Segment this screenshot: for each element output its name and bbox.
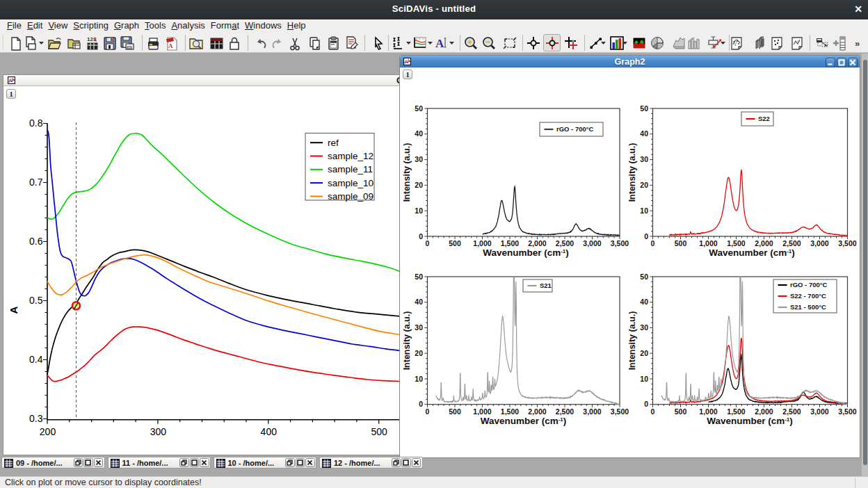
svg-text:1,500: 1,500: [501, 407, 519, 416]
svg-text:1,000: 1,000: [473, 407, 491, 416]
svg-text:1,000: 1,000: [699, 407, 717, 416]
svg-text:30: 30: [640, 155, 648, 163]
svg-text:3,000: 3,000: [583, 407, 601, 416]
svg-text:Intensity (a.u.): Intensity (a.u.): [627, 143, 637, 202]
svg-text:20: 20: [415, 181, 423, 189]
svg-text:1,000: 1,000: [473, 239, 491, 247]
svg-text:sample_11: sample_11: [328, 164, 373, 174]
svg-text:40: 40: [415, 298, 423, 306]
svg-text:40: 40: [640, 129, 648, 138]
svg-text:0.7: 0.7: [29, 177, 43, 188]
svg-text:10: 10: [415, 375, 423, 383]
svg-text:A: A: [435, 37, 444, 50]
svg-text:A: A: [8, 306, 19, 314]
svg-text:rGO - 700°C: rGO - 700°C: [556, 125, 594, 133]
svg-text:40: 40: [640, 298, 648, 306]
svg-text:500: 500: [371, 426, 388, 437]
svg-text:Wavenumber (cm-1): Wavenumber (cm-1): [707, 416, 793, 426]
svg-text:20: 20: [415, 349, 423, 357]
svg-text:0: 0: [644, 400, 648, 408]
svg-text:10: 10: [640, 206, 648, 215]
svg-text:0.8: 0.8: [29, 117, 43, 129]
svg-text:0: 0: [644, 232, 648, 241]
svg-text:3,500: 3,500: [611, 239, 629, 247]
svg-text:0: 0: [426, 407, 430, 416]
svg-text:2,500: 2,500: [782, 239, 801, 247]
svg-text:S22: S22: [758, 115, 770, 122]
svg-text:300: 300: [150, 426, 167, 437]
svg-text:3,000: 3,000: [810, 407, 828, 416]
svg-text:2,500: 2,500: [556, 407, 574, 416]
svg-text:0.5: 0.5: [29, 295, 43, 306]
svg-text:30: 30: [640, 323, 648, 332]
svg-text:1,500: 1,500: [727, 239, 745, 247]
svg-text:sample_10: sample_10: [328, 178, 373, 188]
svg-text:Intensity (a.u.): Intensity (a.u.): [402, 143, 412, 202]
svg-text:0: 0: [651, 239, 655, 247]
svg-text:2,000: 2,000: [755, 407, 773, 416]
svg-text:3,500: 3,500: [838, 407, 856, 416]
svg-text:Wavenumber (cm-1): Wavenumber (cm-1): [709, 247, 795, 258]
svg-text:rGO - 700°C: rGO - 700°C: [790, 281, 828, 288]
svg-text:»: »: [855, 38, 860, 49]
svg-text:500: 500: [449, 239, 461, 247]
svg-text:sample_09: sample_09: [328, 191, 373, 202]
svg-text:0.6: 0.6: [29, 236, 43, 247]
svg-text:2,000: 2,000: [528, 239, 546, 247]
svg-text:50: 50: [415, 104, 423, 113]
svg-text:Wavenumber (cm-1): Wavenumber (cm-1): [483, 247, 569, 258]
svg-text:400: 400: [261, 426, 278, 437]
svg-text:500: 500: [675, 407, 687, 416]
svg-text:3,500: 3,500: [611, 407, 629, 416]
svg-text:1,000: 1,000: [699, 239, 717, 247]
svg-text:0: 0: [651, 407, 655, 416]
svg-text:S21 - 500°C: S21 - 500°C: [790, 303, 826, 311]
svg-text:2,500: 2,500: [782, 407, 801, 416]
svg-text:0.4: 0.4: [29, 354, 43, 365]
svg-text:0: 0: [419, 400, 423, 408]
svg-text:30: 30: [415, 323, 423, 332]
svg-text:20: 20: [640, 181, 648, 189]
svg-text:sample_12: sample_12: [328, 151, 373, 161]
svg-text:2,000: 2,000: [528, 407, 546, 416]
svg-text:3,000: 3,000: [583, 239, 601, 247]
svg-text:50: 50: [640, 104, 648, 113]
svg-text:S22 - 700°C: S22 - 700°C: [790, 292, 826, 300]
svg-text:0.3: 0.3: [29, 413, 43, 424]
svg-text:200: 200: [40, 426, 56, 437]
svg-text:2,000: 2,000: [755, 239, 773, 247]
svg-text:Wavenumber (cm-1): Wavenumber (cm-1): [481, 416, 567, 426]
svg-text:10: 10: [640, 375, 648, 383]
svg-text:20: 20: [640, 349, 648, 357]
svg-text:10: 10: [415, 206, 423, 215]
svg-text:30: 30: [415, 155, 423, 163]
svg-text:Intensity (a.u.): Intensity (a.u.): [402, 311, 412, 371]
svg-text:3,000: 3,000: [810, 239, 828, 247]
svg-text:A: A: [168, 42, 173, 49]
svg-text:50: 50: [415, 273, 423, 281]
svg-text:0: 0: [419, 232, 423, 241]
svg-text:500: 500: [449, 407, 461, 416]
svg-text:0: 0: [426, 239, 430, 247]
svg-text:40: 40: [415, 129, 423, 138]
svg-text:3,500: 3,500: [838, 239, 856, 247]
svg-text:S21: S21: [540, 282, 552, 289]
svg-text:Intensity (a.u.): Intensity (a.u.): [627, 311, 637, 371]
svg-text:1,500: 1,500: [501, 239, 519, 247]
svg-text:50: 50: [640, 273, 648, 281]
svg-text:2,500: 2,500: [556, 239, 574, 247]
svg-text:ref: ref: [328, 138, 339, 148]
svg-text:500: 500: [675, 239, 687, 247]
svg-text:1,500: 1,500: [727, 407, 745, 416]
